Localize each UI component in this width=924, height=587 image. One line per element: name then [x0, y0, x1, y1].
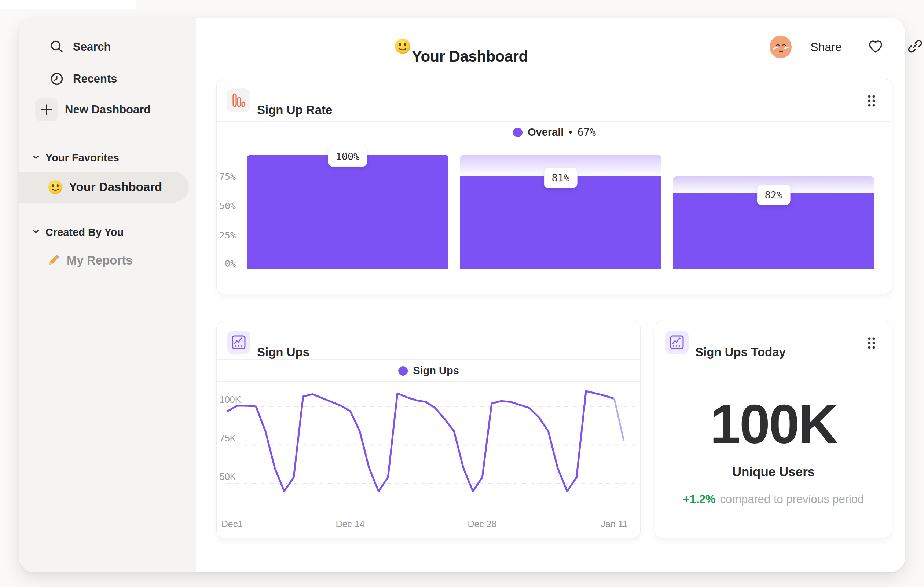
top-strip	[0, 0, 136, 9]
y-axis-tick: 75%	[214, 171, 236, 182]
conversion-badge: 100%	[328, 146, 367, 167]
conversion-badge: 81%	[544, 168, 578, 188]
sidebar-section-created-by-you[interactable]: Created By You	[31, 224, 124, 240]
legend-separator: •	[569, 127, 572, 138]
heart-icon	[866, 37, 885, 57]
sidebar-item-my-reports[interactable]: My Reports	[45, 248, 133, 273]
sidebar-section-your-favorites[interactable]: Your Favorites	[31, 150, 119, 166]
x-axis-tick: Dec1	[221, 519, 243, 529]
sidebar-item-label: Your Dashboard	[69, 180, 162, 194]
chevron-down-icon	[31, 227, 40, 237]
metric-delta-row: +1.2%compared to previous period	[655, 493, 892, 506]
copy-link-button[interactable]	[905, 37, 924, 57]
page-header: Your Dashboard Share	[196, 18, 905, 76]
legend-value: 67%	[577, 126, 596, 138]
legend-label: Overall	[528, 126, 564, 138]
card-divider	[217, 121, 892, 122]
card-title: Sign Ups Today	[695, 345, 786, 359]
legend-divider	[217, 381, 640, 382]
app-window: Search Recents New Dashboard	[19, 18, 905, 572]
clock-icon	[45, 68, 68, 90]
line-chart-icon	[665, 331, 689, 354]
drag-handle-icon[interactable]	[866, 336, 877, 351]
funnel-bar-converted-segment	[247, 155, 449, 269]
pencil-emoji	[45, 253, 61, 268]
funnel-bar	[247, 155, 449, 269]
card-sign-ups-today: Sign Ups Today 100K Unique Users +1.2%co…	[655, 321, 893, 538]
legend-dot	[398, 366, 408, 376]
card-sign-up-rate: Sign Up Rate Overall • 67% 75% 50% 25% 0…	[216, 79, 893, 294]
sidebar-item-new-dashboard[interactable]: New Dashboard	[35, 98, 151, 121]
sidebar-item-label: New Dashboard	[65, 103, 151, 116]
legend-overall[interactable]: Overall • 67%	[513, 126, 596, 138]
avatar[interactable]	[769, 35, 792, 59]
share-label: Share	[810, 40, 842, 54]
funnel-bar-home-page[interactable]: 100% 1 Home page	[247, 155, 449, 269]
y-axis-tick: 0%	[214, 258, 236, 269]
sidebar-item-label: My Reports	[67, 253, 133, 268]
metric-value: 100K	[655, 393, 892, 456]
link-icon	[905, 37, 924, 57]
x-axis-line	[219, 517, 637, 517]
funnel-bar-sign-up[interactable]: 81% 2 Sign Up	[460, 155, 662, 269]
conversion-badge: 82%	[757, 185, 790, 205]
x-axis-tick: Jan 11	[601, 519, 627, 529]
y-axis-tick: 50%	[214, 201, 236, 211]
chevron-down-icon	[31, 153, 40, 163]
share-button[interactable]: Share	[810, 40, 842, 54]
y-axis-tick: 25%	[214, 230, 236, 241]
sidebar-item-search[interactable]: Search	[45, 36, 111, 58]
card-sign-ups: Sign Ups Sign Ups 100K 75K 50K Dec1 Dec …	[216, 321, 640, 538]
page-title: Your Dashboard	[412, 48, 528, 65]
smiley-emoji	[48, 179, 63, 195]
drag-handle-icon[interactable]	[866, 94, 877, 109]
section-title: Your Favorites	[45, 152, 119, 164]
favorite-heart-button[interactable]	[866, 37, 885, 57]
card-divider	[217, 359, 640, 360]
funnel-bar-converted-segment	[460, 177, 662, 269]
card-title: Sign Up Rate	[257, 103, 332, 117]
sidebar-item-label: Recents	[73, 72, 117, 86]
funnel-bar-sign-up-confirmation[interactable]: 82% 3 Sign Up Confirmation	[673, 155, 874, 269]
sidebar: Search Recents New Dashboard	[19, 18, 196, 572]
smiley-emoji	[394, 38, 411, 56]
sign-ups-line-chart[interactable]	[227, 384, 638, 523]
line-chart-icon	[227, 331, 251, 354]
legend-dot	[513, 128, 523, 137]
metric-label: Unique Users	[655, 465, 892, 479]
x-axis-tick: Dec 28	[467, 519, 497, 529]
sidebar-item-recents[interactable]: Recents	[45, 68, 117, 90]
legend-sign-ups[interactable]: Sign Ups	[398, 365, 459, 377]
x-axis-tick: Dec 14	[335, 519, 365, 529]
delta-caption: compared to previous period	[720, 493, 864, 506]
plus-icon	[35, 98, 58, 121]
delta-value: +1.2%	[683, 493, 716, 506]
section-title: Created By You	[45, 227, 124, 238]
funnel-chart-icon	[227, 88, 251, 112]
search-icon	[45, 36, 68, 58]
legend-label: Sign Ups	[413, 365, 459, 377]
sidebar-item-label: Search	[73, 40, 111, 54]
card-title: Sign Ups	[257, 345, 309, 359]
sidebar-item-your-dashboard[interactable]: Your Dashboard	[19, 172, 189, 203]
